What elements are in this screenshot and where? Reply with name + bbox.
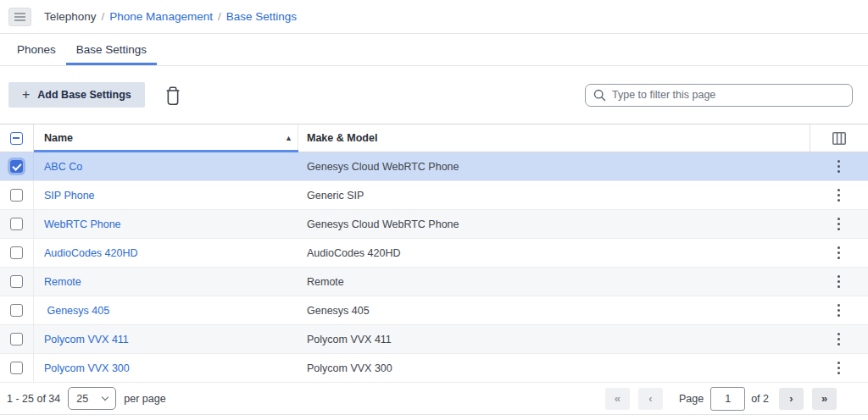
sorted-column-underline <box>34 150 298 152</box>
delete-button[interactable] <box>164 84 182 106</box>
make-model-value: Genesys Cloud WebRTC Phone <box>307 161 459 173</box>
base-setting-name-link[interactable]: AudioCodes 420HD <box>44 247 138 259</box>
pagination-bar: 1 - 25 of 34 25 per page « ‹ Page of 2 ›… <box>0 383 868 415</box>
first-page-button[interactable]: « <box>605 388 630 410</box>
base-setting-name-link[interactable]: Polycom VVX 300 <box>44 362 130 374</box>
table-row[interactable]: SIP Phone Generic SIP <box>0 181 868 210</box>
base-setting-name-link[interactable]: SIP Phone <box>44 190 95 202</box>
breadcrumb-phone-management[interactable]: Phone Management <box>109 10 213 23</box>
breadcrumb-telephony: Telephony <box>44 10 97 23</box>
row-checkbox[interactable] <box>10 246 23 259</box>
trash-icon <box>164 84 182 106</box>
add-base-settings-label: Add Base Settings <box>37 89 131 101</box>
kebab-menu-icon[interactable] <box>834 242 843 264</box>
kebab-menu-icon[interactable] <box>834 156 843 178</box>
sort-ascending-icon: ▲ <box>285 134 292 142</box>
tab-base-settings[interactable]: Base Settings <box>66 34 157 65</box>
breadcrumb-separator: / <box>218 10 221 23</box>
table-row[interactable]: Polycom VVX 411 Polycom VVX 411 <box>0 325 868 354</box>
kebab-menu-icon[interactable] <box>834 357 843 379</box>
page-label: Page <box>679 393 704 405</box>
chevron-down-icon <box>102 394 108 401</box>
make-model-value: Genesys 405 <box>307 305 370 317</box>
table-row[interactable]: ABC Co Genesys Cloud WebRTC Phone <box>0 152 868 181</box>
per-page-select[interactable]: 25 <box>68 387 116 410</box>
select-all-checkbox[interactable] <box>10 132 23 145</box>
previous-page-button[interactable]: ‹ <box>638 388 663 410</box>
search-icon <box>593 89 606 102</box>
filter-box <box>585 84 853 107</box>
page-number-input[interactable] <box>710 387 745 411</box>
base-setting-name-link[interactable]: ABC Co <box>44 161 82 173</box>
breadcrumb-bar: Telephony / Phone Management / Base Sett… <box>0 0 868 34</box>
row-checkbox[interactable] <box>10 333 23 345</box>
row-checkbox[interactable] <box>10 362 23 374</box>
table-row[interactable]: Remote Remote <box>0 268 868 296</box>
toolbar: + Add Base Settings <box>0 66 868 124</box>
base-setting-name-link[interactable]: Remote <box>44 276 81 288</box>
table-row[interactable]: Polycom VVX 300 Polycom VVX 300 <box>0 354 868 383</box>
per-page-label: per page <box>124 393 165 405</box>
row-checkbox[interactable] <box>10 189 23 202</box>
make-model-value: Generic SIP <box>307 190 364 202</box>
base-settings-table: Name ▲ Make & Model ABC Co Genesys Cloud <box>0 124 868 383</box>
column-picker-icon[interactable] <box>832 131 847 146</box>
table-row[interactable]: WebRTC Phone Genesys Cloud WebRTC Phone <box>0 210 868 239</box>
kebab-menu-icon[interactable] <box>834 300 843 322</box>
make-model-value: AudioCodes 420HD <box>307 247 401 259</box>
plus-icon: + <box>22 88 30 102</box>
row-checkbox[interactable] <box>10 160 23 173</box>
page-controls: « ‹ Page of 2 › » <box>605 387 837 411</box>
row-checkbox[interactable] <box>10 275 23 288</box>
last-page-button[interactable]: » <box>812 388 837 410</box>
column-header-make-model[interactable]: Make & Model <box>298 124 810 152</box>
kebab-menu-icon[interactable] <box>834 271 843 293</box>
kebab-menu-icon[interactable] <box>834 185 843 207</box>
results-range: 1 - 25 of 34 <box>7 393 60 405</box>
hamburger-icon <box>14 16 25 18</box>
row-checkbox[interactable] <box>10 218 23 230</box>
menu-button[interactable] <box>8 8 31 26</box>
filter-input[interactable] <box>612 89 844 101</box>
next-page-button[interactable]: › <box>779 388 804 410</box>
base-setting-name-link[interactable]: WebRTC Phone <box>44 218 121 230</box>
make-model-value: Polycom VVX 411 <box>307 334 392 345</box>
base-setting-name-link[interactable]: Genesys 405 <box>44 305 109 317</box>
tab-bar: Phones Base Settings <box>0 34 868 66</box>
table-body: ABC Co Genesys Cloud WebRTC Phone SIP Ph… <box>0 152 868 383</box>
add-base-settings-button[interactable]: + Add Base Settings <box>8 82 145 108</box>
kebab-menu-icon[interactable] <box>834 329 843 351</box>
base-setting-name-link[interactable]: Polycom VVX 411 <box>44 334 129 345</box>
breadcrumb-separator: / <box>102 10 105 23</box>
table-row[interactable]: Genesys 405 Genesys 405 <box>0 296 868 325</box>
breadcrumb: Telephony / Phone Management / Base Sett… <box>44 10 297 23</box>
row-checkbox[interactable] <box>10 304 23 317</box>
page-count-label: of 2 <box>751 393 769 405</box>
make-model-value: Remote <box>307 276 344 288</box>
make-model-value: Genesys Cloud WebRTC Phone <box>307 218 459 230</box>
table-header-row: Name ▲ Make & Model <box>0 124 868 152</box>
table-row[interactable]: AudioCodes 420HD AudioCodes 420HD <box>0 239 868 268</box>
column-header-name[interactable]: Name ▲ <box>34 124 298 152</box>
breadcrumb-base-settings[interactable]: Base Settings <box>226 10 297 23</box>
kebab-menu-icon[interactable] <box>834 213 843 235</box>
tab-phones[interactable]: Phones <box>7 34 66 65</box>
make-model-value: Polycom VVX 300 <box>307 362 392 374</box>
